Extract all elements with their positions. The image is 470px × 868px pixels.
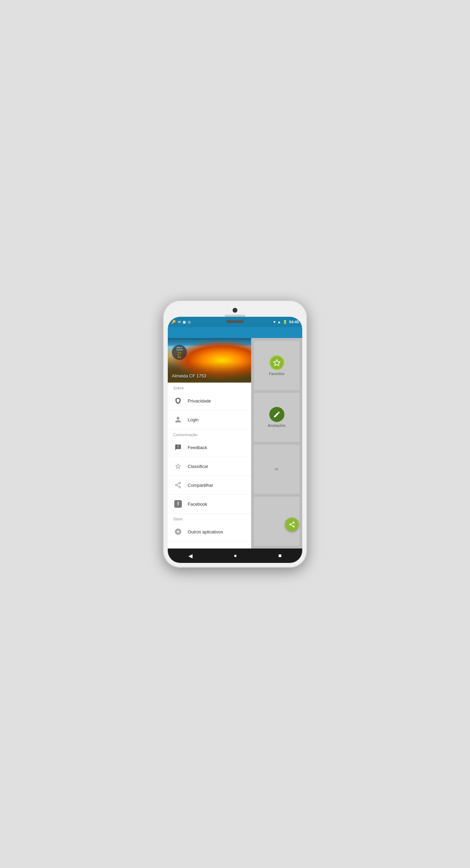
svg-line-10: [291, 523, 293, 524]
svg-line-4: [177, 483, 179, 484]
person-menu-icon: [173, 415, 183, 424]
speaker: [225, 315, 245, 317]
svg-point-8: [293, 526, 295, 527]
hero-badge-subtext: ACF: [178, 356, 181, 358]
gmail-icon: ✉: [178, 320, 181, 324]
signal-icon: ▲: [277, 320, 281, 324]
hero-clouds: [168, 362, 251, 383]
sync-text: nc: [275, 467, 279, 471]
svg-marker-5: [273, 360, 280, 365]
svg-line-9: [291, 525, 293, 526]
svg-point-1: [176, 484, 177, 486]
status-icons-left: 🔑 ✉ ▣ ◎: [171, 320, 191, 324]
camera: [233, 308, 237, 313]
outros-label: Outros aplicativos: [188, 529, 223, 534]
status-icons-right: ▾ ▲ 🔋 04:45: [273, 320, 299, 324]
facebook-label: Facebook: [188, 502, 207, 507]
menu-item-login[interactable]: Login: [168, 410, 251, 429]
add-circle-menu-icon: [173, 527, 183, 537]
clock: 04:45: [289, 320, 299, 324]
favoritos-label: Favoritos: [269, 372, 284, 376]
login-label: Login: [188, 417, 199, 422]
classificar-label: Classificar: [188, 464, 208, 469]
svg-point-0: [179, 482, 181, 484]
svg-point-7: [290, 524, 291, 526]
section-label-sobre: Sobre: [168, 383, 251, 391]
phone-device: 🔑 ✉ ▣ ◎ ▾ ▲ 🔋 04:45: [163, 300, 307, 568]
hero-badge-icon: 🕊: [177, 351, 182, 356]
svg-line-3: [177, 485, 179, 486]
anotacoes-label: Anotações: [268, 423, 286, 427]
hero-badge: BÍBLIASagrada 🕊 ACF: [172, 345, 187, 360]
sim-icon: ▣: [183, 320, 186, 324]
wifi-icon: ▾: [273, 320, 275, 324]
hero-title: Almeida CF 1753: [172, 373, 206, 378]
section-label-comunicacao: Comunicação: [168, 429, 251, 438]
share-menu-icon: [173, 480, 183, 490]
feedback-menu-icon: [173, 443, 183, 452]
drawer-menu: BÍBLIASagrada 🕊 ACF Almeida CF 1753 Sobr…: [168, 338, 251, 548]
right-panel: Favoritos Anotações nc: [251, 338, 302, 548]
feedback-label: Feedback: [188, 445, 207, 450]
menu-item-compartilhar[interactable]: Compartilhar: [168, 476, 251, 495]
anotacoes-icon: [269, 407, 284, 422]
nav-bar: ◀ ● ■: [168, 548, 302, 563]
app-header: [168, 327, 302, 338]
menu-item-feedback[interactable]: Feedback: [168, 438, 251, 457]
battery-icon: 🔋: [283, 320, 287, 324]
earpiece: [226, 320, 244, 323]
menu-item-outros[interactable]: Outros aplicativos: [168, 522, 251, 541]
sync-card[interactable]: nc: [254, 445, 299, 494]
facebook-menu-icon: f: [173, 499, 183, 509]
shield-menu-icon: [173, 396, 183, 406]
privacidade-label: Privacidade: [188, 398, 211, 403]
star-menu-icon: [173, 461, 183, 471]
anotacoes-card[interactable]: Anotações: [254, 393, 299, 442]
phone-screen: 🔑 ✉ ▣ ◎ ▾ ▲ 🔋 04:45: [168, 317, 302, 563]
favoritos-card[interactable]: Favoritos: [254, 341, 299, 390]
compartilhar-label: Compartilhar: [188, 483, 213, 488]
svg-point-2: [179, 486, 181, 488]
menu-item-classificar[interactable]: Classificar: [168, 457, 251, 476]
home-button[interactable]: ●: [228, 551, 243, 561]
main-content: BÍBLIASagrada 🕊 ACF Almeida CF 1753 Sobr…: [168, 338, 302, 548]
sync-icon: ◎: [188, 320, 191, 324]
favoritos-icon: [269, 355, 284, 370]
svg-point-6: [293, 522, 295, 523]
menu-item-privacidade[interactable]: Privacidade: [168, 391, 251, 410]
drawer-hero: BÍBLIASagrada 🕊 ACF Almeida CF 1753: [168, 338, 251, 383]
share-fab[interactable]: [285, 518, 299, 531]
recent-button[interactable]: ■: [273, 551, 287, 561]
key-icon: 🔑: [171, 320, 176, 324]
section-label-store: Store: [168, 514, 251, 522]
hero-badge-text: BÍBLIASagrada: [176, 347, 183, 351]
back-button[interactable]: ◀: [183, 551, 198, 561]
menu-item-facebook[interactable]: f Facebook: [168, 495, 251, 514]
